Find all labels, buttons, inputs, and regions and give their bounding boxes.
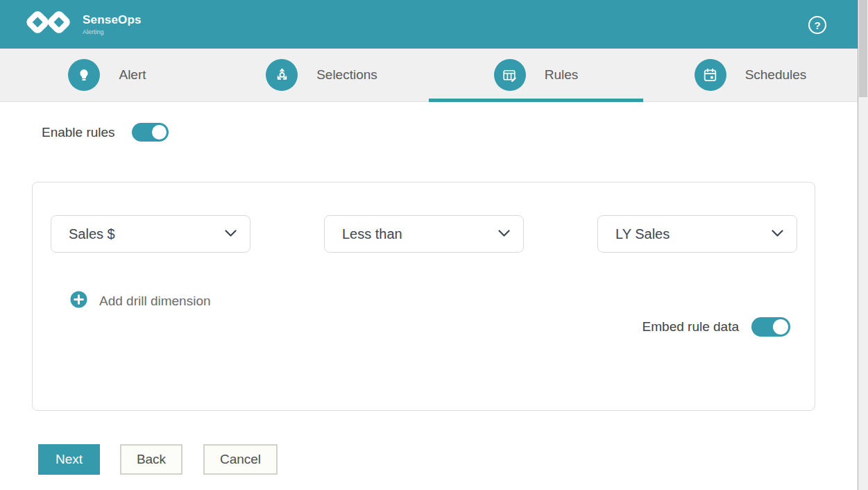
embed-rule-data-label: Embed rule data xyxy=(643,319,739,335)
calendar-icon xyxy=(695,59,726,91)
operator-dropdown[interactable]: Less than xyxy=(324,215,524,253)
rule-card: Sales $ Less than LY Sales xyxy=(32,182,815,411)
toggle-knob xyxy=(773,319,788,335)
tab-selections-label: Selections xyxy=(316,67,377,83)
brand-text: SenseOps Alerting xyxy=(83,13,142,35)
operator-dropdown-value: Less than xyxy=(342,226,402,242)
tab-schedules[interactable]: Schedules xyxy=(643,49,858,101)
add-drill-dimension-button[interactable]: Add drill dimension xyxy=(70,291,211,311)
tab-alert-label: Alert xyxy=(119,67,146,83)
tab-alert[interactable]: Alert xyxy=(0,49,214,101)
help-icon[interactable]: ? xyxy=(808,15,827,35)
embed-rule-data-toggle[interactable] xyxy=(751,317,790,337)
cancel-button[interactable]: Cancel xyxy=(203,444,278,475)
table-edit-icon xyxy=(494,59,526,91)
brand-name: SenseOps xyxy=(83,13,142,27)
vertical-scrollbar[interactable] xyxy=(858,0,868,490)
toggle-knob xyxy=(152,125,167,140)
comparison-dropdown-value: LY Sales xyxy=(615,226,670,242)
comparison-dropdown[interactable]: LY Sales xyxy=(597,215,797,253)
split-arrows-icon xyxy=(266,59,298,91)
enable-rules-label: Enable rules xyxy=(42,125,115,140)
enable-rules-toggle[interactable] xyxy=(132,123,169,142)
chevron-down-icon xyxy=(498,228,510,240)
measure-dropdown-value: Sales $ xyxy=(69,226,115,242)
senseops-logo-icon xyxy=(24,6,74,42)
chevron-down-icon xyxy=(225,228,237,240)
tab-schedules-label: Schedules xyxy=(745,67,807,83)
measure-dropdown[interactable]: Sales $ xyxy=(51,215,250,253)
enable-rules-row: Enable rules xyxy=(42,123,858,142)
app-header: SenseOps Alerting ? xyxy=(0,0,858,49)
tab-bar: Alert Selections xyxy=(0,49,858,102)
tab-rules-label: Rules xyxy=(545,67,579,83)
tab-selections[interactable]: Selections xyxy=(214,49,429,101)
tab-rules[interactable]: Rules xyxy=(429,49,643,101)
chevron-down-icon xyxy=(772,228,783,240)
add-drill-dimension-label: Add drill dimension xyxy=(99,294,211,309)
lightbulb-icon xyxy=(68,59,100,91)
brand-subtitle: Alerting xyxy=(83,28,142,35)
footer-buttons: Next Back Cancel xyxy=(38,444,858,475)
back-button[interactable]: Back xyxy=(120,444,182,475)
plus-circle-icon xyxy=(70,291,87,311)
scrollbar-thumb[interactable] xyxy=(859,0,867,97)
embed-rule-data-row: Embed rule data xyxy=(33,317,815,337)
rule-dropdown-row: Sales $ Less than LY Sales xyxy=(33,183,815,253)
senseops-app: SenseOps Alerting ? Alert xyxy=(0,0,858,490)
svg-text:?: ? xyxy=(814,19,820,31)
next-button[interactable]: Next xyxy=(38,444,100,475)
